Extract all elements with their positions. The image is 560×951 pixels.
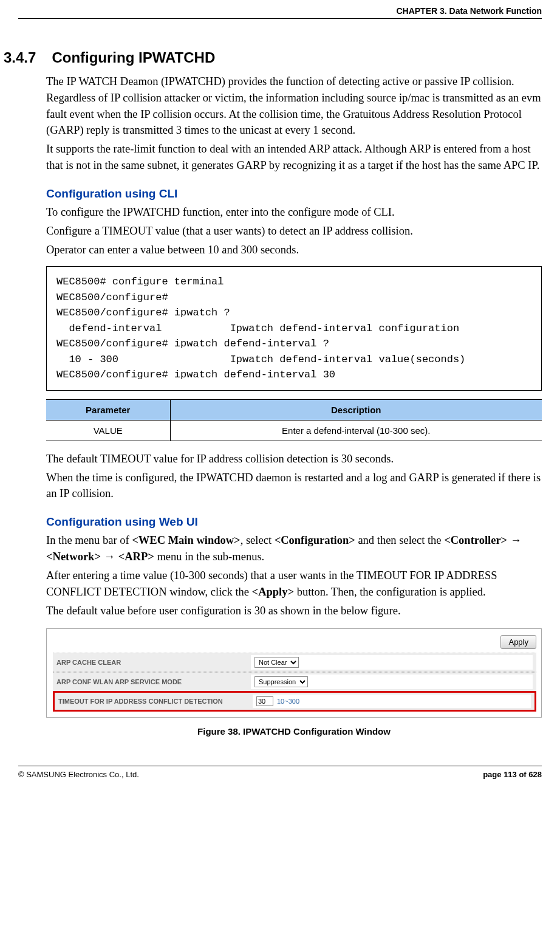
- nav-arp: <ARP>: [118, 551, 154, 563]
- table-header-parameter: Parameter: [46, 399, 170, 420]
- cli-code-block: WEC8500# configure terminal WEC8500/conf…: [46, 266, 542, 391]
- footer-copyright: © SAMSUNG Electronics Co., Ltd.: [18, 770, 139, 779]
- config-label: TIMEOUT FOR IP ADDRESS CONFLICT DETECTIO…: [58, 698, 253, 705]
- timeout-hint: 10~300: [277, 698, 299, 705]
- text-fragment: , select: [241, 534, 275, 546]
- config-label: ARP CACHE CLEAR: [56, 659, 251, 666]
- section-heading: 3.4.7 Configuring IPWATCHD: [18, 49, 542, 66]
- page-footer: © SAMSUNG Electronics Co., Ltd. page 113…: [18, 766, 542, 779]
- nav-controller: <Controller>: [444, 534, 507, 546]
- cli-heading: Configuration using CLI: [46, 187, 542, 201]
- nav-main-window: <WEC Main window>: [132, 534, 240, 546]
- cli-paragraph-3: Operator can enter a value between 10 an…: [46, 242, 542, 258]
- webui-heading: Configuration using Web UI: [46, 515, 542, 529]
- arp-service-mode-select[interactable]: Suppression: [254, 676, 308, 687]
- section-number: 3.4.7: [4, 49, 36, 66]
- section-title: Configuring IPWATCHD: [52, 49, 215, 66]
- config-label: ARP CONF WLAN ARP SERVICE MODE: [56, 678, 251, 685]
- figure-caption: Figure 38. IPWATCHD Configuration Window: [46, 726, 542, 736]
- intro-paragraph-2: It supports the rate-limit function to d…: [46, 141, 542, 174]
- nav-network: <Network>: [46, 551, 101, 563]
- arrow-icon: →: [507, 534, 522, 546]
- intro-paragraph-1: The IP WATCH Deamon (IPWATCHD) provides …: [46, 74, 542, 139]
- table-cell-desc: Enter a defend-interval (10-300 sec).: [170, 420, 542, 441]
- text-fragment: menu in the sub-menus.: [154, 551, 264, 563]
- config-row-arp-service-mode: ARP CONF WLAN ARP SERVICE MODE Suppressi…: [53, 672, 536, 692]
- webui-p2: After entering a time value (10-300 seco…: [46, 568, 542, 600]
- config-row-arp-cache-clear: ARP CACHE CLEAR Not Clear: [53, 653, 536, 672]
- apply-label-bold: <Apply>: [252, 586, 294, 598]
- config-window-figure: Apply ARP CACHE CLEAR Not Clear ARP CONF…: [46, 628, 542, 718]
- parameter-table: Parameter Description VALUE Enter a defe…: [46, 399, 542, 441]
- cli-paragraph-2: Configure a TIMEOUT value (that a user w…: [46, 223, 542, 239]
- post-cli-p2: When the time is configured, the IPWATCH…: [46, 470, 542, 503]
- cli-paragraph-1: To configure the IPWATCHD function, ente…: [46, 204, 542, 221]
- chapter-header: CHAPTER 3. Data Network Function: [18, 6, 542, 19]
- timeout-input[interactable]: [256, 696, 273, 706]
- arrow-icon: →: [101, 550, 118, 563]
- text-fragment: In the menu bar of: [46, 534, 132, 546]
- config-row-timeout-ip-conflict: TIMEOUT FOR IP ADDRESS CONFLICT DETECTIO…: [53, 691, 536, 712]
- footer-page-number: page 113 of 628: [483, 770, 542, 779]
- arp-cache-clear-select[interactable]: Not Clear: [254, 657, 299, 668]
- table-cell-param: VALUE: [46, 420, 170, 441]
- text-fragment: button. Then, the configuration is appli…: [294, 586, 486, 598]
- webui-p3: The default value before user configurat…: [46, 603, 542, 619]
- nav-configuration: <Configuration>: [275, 534, 355, 546]
- apply-button[interactable]: Apply: [500, 635, 536, 649]
- webui-nav-paragraph: In the menu bar of <WEC Main window>, se…: [46, 532, 542, 565]
- post-cli-p1: The default TIMEOUT value for IP address…: [46, 451, 542, 467]
- table-row: VALUE Enter a defend-interval (10-300 se…: [46, 420, 542, 441]
- table-header-description: Description: [170, 399, 542, 420]
- text-fragment: and then select the: [355, 534, 444, 546]
